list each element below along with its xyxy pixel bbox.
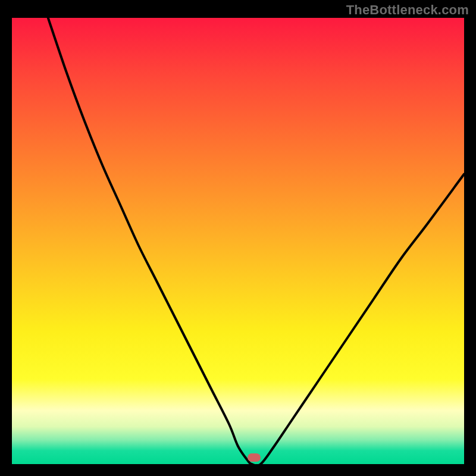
chart-frame: TheBottleneck.com bbox=[0, 0, 476, 476]
bottleneck-curve bbox=[12, 18, 464, 464]
plot-area bbox=[12, 18, 464, 464]
minimum-marker-icon bbox=[248, 453, 261, 462]
watermark-text: TheBottleneck.com bbox=[346, 2, 469, 18]
